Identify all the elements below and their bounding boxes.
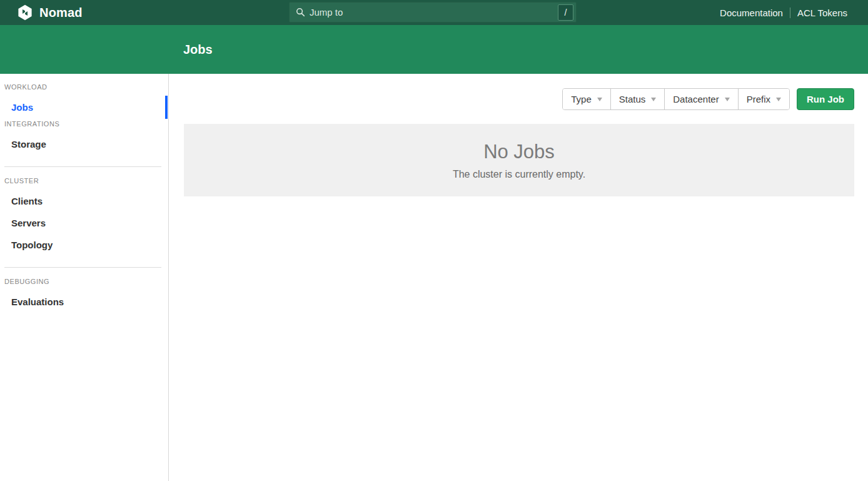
sidebar-item-storage[interactable]: Storage — [0, 133, 168, 155]
documentation-link[interactable]: Documentation — [720, 8, 783, 18]
sidebar-divider — [4, 166, 161, 167]
sidebar-item-jobs[interactable]: Jobs — [0, 96, 168, 118]
sidebar-section-cluster: CLUSTER — [0, 175, 168, 186]
sidebar-item-servers[interactable]: Servers — [0, 212, 168, 234]
brand-name: Nomad — [39, 6, 83, 20]
chevron-down-icon — [651, 98, 656, 101]
sidebar-item-label: Evaluations — [11, 296, 64, 307]
sidebar-item-label: Servers — [11, 218, 46, 228]
empty-state-title: No Jobs — [483, 141, 555, 163]
sidebar-section-integrations: INTEGRATIONS — [0, 118, 168, 129]
filter-group: Type Status Datacenter Prefix — [562, 88, 790, 110]
sidebar-section-workload: WORKLOAD — [0, 81, 168, 93]
nomad-home-link[interactable]: Nomad — [17, 4, 83, 21]
jump-to-search[interactable]: / — [289, 2, 577, 23]
filter-label: Datacenter — [673, 94, 719, 104]
filter-label: Status — [619, 94, 646, 104]
chevron-down-icon — [776, 98, 781, 101]
search-input[interactable] — [310, 7, 558, 18]
nomad-logo-icon — [17, 4, 33, 21]
top-navbar: Nomad / Documentation ACL Tokens — [0, 0, 868, 25]
empty-state-message: The cluster is currently empty. — [453, 169, 585, 180]
filter-status-dropdown[interactable]: Status — [610, 89, 665, 109]
filter-label: Prefix — [747, 94, 770, 104]
chevron-down-icon — [597, 98, 602, 101]
sidebar-divider — [4, 267, 161, 268]
sidebar-item-label: Clients — [11, 196, 43, 206]
chevron-down-icon — [725, 98, 730, 101]
sidebar-item-clients[interactable]: Clients — [0, 190, 168, 212]
filter-prefix-dropdown[interactable]: Prefix — [738, 89, 789, 109]
search-icon — [296, 8, 305, 17]
page-title: Jobs — [183, 43, 213, 57]
sidebar-item-label: Jobs — [11, 102, 33, 113]
main-content: Type Status Datacenter Prefix Run Job No… — [169, 74, 868, 481]
jobs-toolbar: Type Status Datacenter Prefix Run Job — [562, 88, 854, 110]
sidebar-item-evaluations[interactable]: Evaluations — [0, 291, 168, 313]
sidebar-item-label: Topology — [11, 240, 53, 250]
page-header: Jobs — [0, 25, 868, 74]
filter-type-dropdown[interactable]: Type — [563, 89, 610, 109]
sidebar: WORKLOAD Jobs INTEGRATIONS Storage CLUST… — [0, 74, 169, 481]
filter-datacenter-dropdown[interactable]: Datacenter — [664, 89, 737, 109]
empty-state: No Jobs The cluster is currently empty. — [184, 124, 854, 196]
sidebar-item-label: Storage — [11, 139, 46, 149]
filter-label: Type — [571, 94, 592, 104]
run-job-button[interactable]: Run Job — [797, 88, 854, 110]
link-separator — [790, 8, 790, 18]
sidebar-item-topology[interactable]: Topology — [0, 234, 168, 256]
active-indicator — [165, 96, 168, 119]
search-shortcut-hint: / — [558, 4, 573, 21]
acl-tokens-link[interactable]: ACL Tokens — [797, 8, 847, 18]
sidebar-section-debugging: DEBUGGING — [0, 276, 168, 287]
top-links: Documentation ACL Tokens — [720, 0, 847, 25]
